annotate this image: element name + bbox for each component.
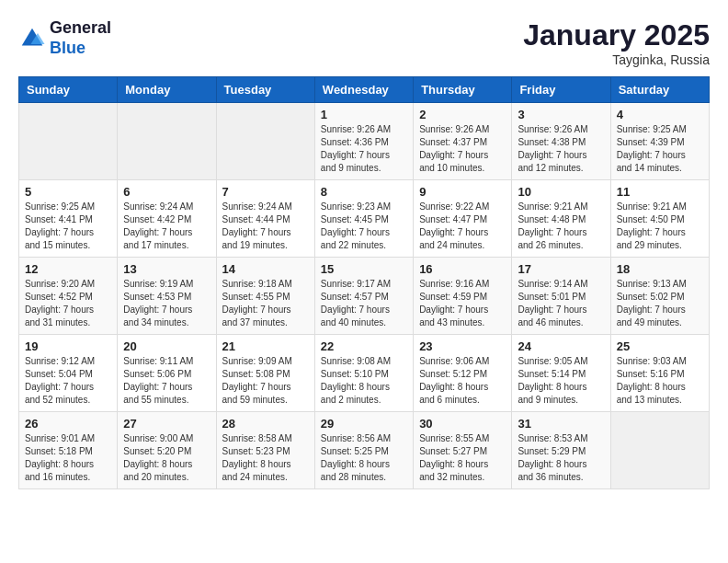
calendar-cell: 10Sunrise: 9:21 AM Sunset: 4:48 PM Dayli… (512, 180, 610, 258)
day-info: Sunrise: 8:56 AM Sunset: 5:25 PM Dayligh… (321, 432, 407, 484)
calendar-cell: 2Sunrise: 9:26 AM Sunset: 4:37 PM Daylig… (414, 103, 512, 180)
day-info: Sunrise: 9:05 AM Sunset: 5:14 PM Dayligh… (518, 355, 604, 407)
calendar-cell (19, 103, 118, 180)
day-info: Sunrise: 9:26 AM Sunset: 4:38 PM Dayligh… (518, 123, 604, 175)
day-info: Sunrise: 9:25 AM Sunset: 4:41 PM Dayligh… (25, 201, 111, 252)
day-info: Sunrise: 8:55 AM Sunset: 5:27 PM Dayligh… (419, 432, 506, 484)
calendar-cell: 14Sunrise: 9:18 AM Sunset: 4:55 PM Dayli… (216, 258, 314, 335)
calendar-cell (118, 103, 216, 180)
day-number: 29 (321, 417, 407, 431)
day-number: 6 (123, 185, 210, 199)
calendar-cell: 17Sunrise: 9:14 AM Sunset: 5:01 PM Dayli… (512, 258, 610, 335)
day-number: 8 (321, 185, 407, 199)
calendar-cell: 18Sunrise: 9:13 AM Sunset: 5:02 PM Dayli… (610, 258, 709, 335)
day-number: 20 (123, 339, 210, 353)
calendar-cell: 30Sunrise: 8:55 AM Sunset: 5:27 PM Dayli… (414, 412, 512, 489)
day-info: Sunrise: 9:01 AM Sunset: 5:18 PM Dayligh… (25, 432, 111, 484)
calendar-cell: 16Sunrise: 9:16 AM Sunset: 4:59 PM Dayli… (414, 258, 512, 335)
day-number: 13 (123, 262, 210, 276)
day-number: 25 (617, 339, 703, 353)
weekday-header: Sunday (19, 77, 118, 103)
day-info: Sunrise: 9:22 AM Sunset: 4:47 PM Dayligh… (419, 201, 506, 252)
calendar-cell: 15Sunrise: 9:17 AM Sunset: 4:57 PM Dayli… (314, 258, 413, 335)
day-number: 7 (222, 185, 309, 199)
calendar-cell: 24Sunrise: 9:05 AM Sunset: 5:14 PM Dayli… (512, 335, 610, 412)
day-number: 12 (25, 262, 111, 276)
day-number: 17 (518, 262, 604, 276)
weekday-header: Monday (118, 77, 216, 103)
logo-icon (18, 25, 46, 52)
calendar-cell: 19Sunrise: 9:12 AM Sunset: 5:04 PM Dayli… (19, 335, 118, 412)
day-info: Sunrise: 8:53 AM Sunset: 5:29 PM Dayligh… (518, 432, 604, 484)
day-info: Sunrise: 9:14 AM Sunset: 5:01 PM Dayligh… (518, 278, 604, 329)
day-info: Sunrise: 9:00 AM Sunset: 5:20 PM Dayligh… (123, 432, 210, 484)
calendar-cell: 13Sunrise: 9:19 AM Sunset: 4:53 PM Dayli… (118, 258, 216, 335)
day-info: Sunrise: 9:11 AM Sunset: 5:06 PM Dayligh… (123, 355, 210, 407)
day-info: Sunrise: 9:13 AM Sunset: 5:02 PM Dayligh… (617, 278, 703, 329)
day-info: Sunrise: 9:09 AM Sunset: 5:08 PM Dayligh… (222, 355, 309, 407)
logo: General Blue (18, 18, 111, 58)
calendar-cell (610, 412, 709, 489)
day-number: 30 (419, 417, 506, 431)
calendar-cell: 9Sunrise: 9:22 AM Sunset: 4:47 PM Daylig… (414, 180, 512, 258)
day-info: Sunrise: 8:58 AM Sunset: 5:23 PM Dayligh… (222, 432, 309, 484)
day-number: 21 (222, 339, 309, 353)
day-info: Sunrise: 9:12 AM Sunset: 5:04 PM Dayligh… (25, 355, 111, 407)
day-number: 23 (419, 339, 506, 353)
day-number: 22 (321, 339, 407, 353)
day-number: 28 (222, 417, 309, 431)
day-info: Sunrise: 9:17 AM Sunset: 4:57 PM Dayligh… (321, 278, 407, 329)
day-number: 16 (419, 262, 506, 276)
day-info: Sunrise: 9:19 AM Sunset: 4:53 PM Dayligh… (123, 278, 210, 329)
day-info: Sunrise: 9:24 AM Sunset: 4:42 PM Dayligh… (123, 201, 210, 252)
calendar-week-row: 26Sunrise: 9:01 AM Sunset: 5:18 PM Dayli… (19, 412, 710, 489)
logo-name: General Blue (50, 18, 111, 58)
weekday-header: Wednesday (314, 77, 413, 103)
calendar-cell: 29Sunrise: 8:56 AM Sunset: 5:25 PM Dayli… (314, 412, 413, 489)
weekday-header: Friday (512, 77, 610, 103)
day-number: 4 (617, 108, 703, 121)
calendar-cell: 6Sunrise: 9:24 AM Sunset: 4:42 PM Daylig… (118, 180, 216, 258)
day-number: 9 (419, 185, 506, 199)
calendar-cell: 25Sunrise: 9:03 AM Sunset: 5:16 PM Dayli… (610, 335, 709, 412)
day-info: Sunrise: 9:03 AM Sunset: 5:16 PM Dayligh… (617, 355, 703, 407)
day-number: 31 (518, 417, 604, 431)
weekday-header: Thursday (414, 77, 512, 103)
day-info: Sunrise: 9:06 AM Sunset: 5:12 PM Dayligh… (419, 355, 506, 407)
day-info: Sunrise: 9:25 AM Sunset: 4:39 PM Dayligh… (617, 123, 703, 175)
day-number: 2 (419, 108, 506, 121)
day-info: Sunrise: 9:21 AM Sunset: 4:50 PM Dayligh… (617, 201, 703, 252)
calendar-cell: 3Sunrise: 9:26 AM Sunset: 4:38 PM Daylig… (512, 103, 610, 180)
day-info: Sunrise: 9:23 AM Sunset: 4:45 PM Dayligh… (321, 201, 407, 252)
day-number: 5 (25, 185, 111, 199)
calendar-week-row: 19Sunrise: 9:12 AM Sunset: 5:04 PM Dayli… (19, 335, 710, 412)
day-info: Sunrise: 9:26 AM Sunset: 4:37 PM Dayligh… (419, 123, 506, 175)
day-info: Sunrise: 9:24 AM Sunset: 4:44 PM Dayligh… (222, 201, 309, 252)
day-info: Sunrise: 9:18 AM Sunset: 4:55 PM Dayligh… (222, 278, 309, 329)
day-number: 3 (518, 108, 604, 121)
day-number: 11 (617, 185, 703, 199)
weekday-header: Saturday (610, 77, 709, 103)
calendar-cell: 22Sunrise: 9:08 AM Sunset: 5:10 PM Dayli… (314, 335, 413, 412)
day-info: Sunrise: 9:21 AM Sunset: 4:48 PM Dayligh… (518, 201, 604, 252)
weekday-header-row: SundayMondayTuesdayWednesdayThursdayFrid… (19, 77, 710, 103)
day-number: 19 (25, 339, 111, 353)
day-info: Sunrise: 9:16 AM Sunset: 4:59 PM Dayligh… (419, 278, 506, 329)
calendar-cell: 27Sunrise: 9:00 AM Sunset: 5:20 PM Dayli… (118, 412, 216, 489)
calendar-week-row: 1Sunrise: 9:26 AM Sunset: 4:36 PM Daylig… (19, 103, 710, 180)
calendar-cell: 20Sunrise: 9:11 AM Sunset: 5:06 PM Dayli… (118, 335, 216, 412)
month-title: January 2025 (523, 18, 710, 52)
calendar-cell: 8Sunrise: 9:23 AM Sunset: 4:45 PM Daylig… (314, 180, 413, 258)
day-number: 1 (321, 108, 407, 121)
day-info: Sunrise: 9:20 AM Sunset: 4:52 PM Dayligh… (25, 278, 111, 329)
calendar-cell: 11Sunrise: 9:21 AM Sunset: 4:50 PM Dayli… (610, 180, 709, 258)
calendar-cell (216, 103, 314, 180)
calendar-cell: 12Sunrise: 9:20 AM Sunset: 4:52 PM Dayli… (19, 258, 118, 335)
day-number: 15 (321, 262, 407, 276)
day-info: Sunrise: 9:08 AM Sunset: 5:10 PM Dayligh… (321, 355, 407, 407)
calendar-cell: 5Sunrise: 9:25 AM Sunset: 4:41 PM Daylig… (19, 180, 118, 258)
day-number: 24 (518, 339, 604, 353)
calendar-cell: 28Sunrise: 8:58 AM Sunset: 5:23 PM Dayli… (216, 412, 314, 489)
page-header: General Blue January 2025 Tayginka, Russ… (18, 18, 710, 67)
location: Tayginka, Russia (523, 52, 710, 67)
